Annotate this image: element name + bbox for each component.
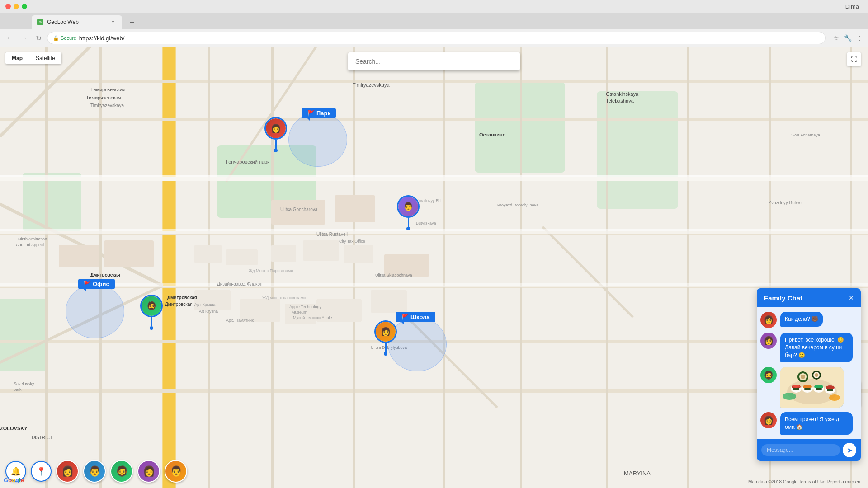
member-avatar-4[interactable]: 👩 bbox=[137, 460, 160, 483]
svg-text:MARYINA: MARYINA bbox=[624, 470, 651, 477]
pin-person3: 🧔 bbox=[140, 295, 163, 330]
pin-avatar-1: 👩 bbox=[264, 117, 287, 140]
pin-tail-1 bbox=[275, 140, 277, 149]
svg-point-113 bbox=[829, 394, 840, 401]
pin-dot-3 bbox=[150, 326, 153, 330]
member-avatar-2[interactable]: 👨 bbox=[83, 460, 106, 483]
secure-label: Secure bbox=[61, 35, 76, 41]
locate-button[interactable]: 📍 bbox=[31, 461, 52, 482]
chat-input[interactable] bbox=[761, 444, 840, 456]
svg-rect-105 bbox=[827, 389, 833, 391]
map-container[interactable]: Гончаровский парк Ulitsa Goncharova Ulit… bbox=[0, 47, 868, 488]
pin-tail-3 bbox=[151, 317, 152, 326]
member-avatar-5[interactable]: 👨 bbox=[165, 460, 187, 483]
svg-text:Гончаровский парк: Гончаровский парк bbox=[226, 159, 269, 164]
svg-rect-101 bbox=[816, 388, 822, 390]
svg-rect-43 bbox=[59, 245, 99, 267]
google-logo: Google bbox=[4, 477, 24, 483]
browser-frame: Dima G GeoLoc Web × + ← → ↻ 🔒 Secure htt… bbox=[0, 0, 868, 488]
svg-text:ЖД мост с паровозами: ЖД мост с паровозами bbox=[262, 296, 306, 300]
traffic-lights bbox=[5, 4, 27, 9]
tab-bar: G GeoLoc Web × + bbox=[0, 13, 868, 29]
svg-text:Останкино: Останкино bbox=[479, 132, 506, 137]
svg-rect-39 bbox=[344, 245, 373, 263]
address-bar[interactable]: 🔒 Secure https://kid.gl/web/ bbox=[47, 32, 826, 44]
chat-send-button[interactable]: ➤ bbox=[843, 443, 856, 457]
svg-rect-7 bbox=[162, 47, 176, 488]
svg-rect-12 bbox=[0, 389, 868, 393]
send-icon: ➤ bbox=[847, 446, 853, 455]
svg-text:Museum: Museum bbox=[292, 310, 307, 314]
chat-bubble-1: Как дела? 🐻 bbox=[780, 312, 823, 327]
svg-rect-37 bbox=[271, 245, 296, 262]
avatar-circle-1: 👩 bbox=[266, 118, 286, 138]
pin-avatar-2: 👨 bbox=[397, 195, 420, 218]
svg-point-91 bbox=[793, 385, 800, 388]
member-avatar-1[interactable]: 👩 bbox=[56, 460, 79, 483]
chat-bubble-2: Привет, всё хорошо! 😊 Давай вечером в су… bbox=[780, 333, 853, 362]
pin-tail-4 bbox=[385, 343, 387, 352]
tab-title: GeoLoc Web bbox=[47, 19, 79, 25]
office-flag-icon: 🚩 bbox=[84, 281, 91, 287]
svg-rect-21 bbox=[45, 47, 48, 488]
chat-title: Family Chat bbox=[764, 294, 802, 302]
chat-close-button[interactable]: × bbox=[849, 294, 854, 302]
forward-button[interactable]: → bbox=[18, 32, 30, 44]
bell-icon: 🔔 bbox=[11, 466, 21, 476]
chat-header: Family Chat × bbox=[757, 288, 861, 307]
map-view-button[interactable]: Map bbox=[5, 52, 29, 64]
bottom-member-bar: 🔔 📍 👩 👨 🧔 👩 👨 bbox=[5, 460, 187, 483]
svg-text:Арт Крыша: Арт Крыша bbox=[194, 302, 215, 307]
bookmark-icon[interactable]: ☆ bbox=[831, 33, 841, 43]
svg-text:Жд Мост с Паровозами: Жд Мост с Паровозами bbox=[249, 268, 293, 273]
svg-text:park: park bbox=[14, 387, 22, 392]
svg-rect-22 bbox=[99, 47, 102, 488]
pin-person2: 👨 bbox=[397, 195, 420, 230]
chat-avatar-3: 🧔 bbox=[760, 367, 777, 383]
svg-text:City Tax Office: City Tax Office bbox=[339, 239, 365, 244]
fullscreen-window-button[interactable] bbox=[22, 4, 27, 9]
svg-rect-44 bbox=[104, 240, 154, 267]
chat-bubble-4: Всем привет! Я уже д ома 🏠 bbox=[780, 412, 853, 435]
search-input[interactable] bbox=[348, 52, 520, 70]
active-tab[interactable]: G GeoLoc Web × bbox=[32, 15, 122, 29]
chat-input-area: ➤ bbox=[757, 439, 861, 461]
svg-text:Timiryazevskaya: Timiryazevskaya bbox=[90, 103, 124, 108]
svg-rect-31 bbox=[208, 47, 210, 488]
close-window-button[interactable] bbox=[5, 4, 11, 9]
avatar-circle-3: 🧔 bbox=[142, 296, 161, 316]
chat-avatar-2: 👩 bbox=[760, 333, 777, 349]
svg-text:Apple Technology: Apple Technology bbox=[289, 305, 321, 309]
svg-rect-40 bbox=[271, 200, 326, 225]
svg-rect-32 bbox=[0, 175, 868, 181]
svg-rect-38 bbox=[303, 240, 339, 261]
svg-text:DISTRICT: DISTRICT bbox=[32, 435, 52, 440]
pin-tail-2 bbox=[408, 218, 409, 227]
minimize-window-button[interactable] bbox=[14, 4, 19, 9]
svg-text:3-Ya Fonarnaya: 3-Ya Fonarnaya bbox=[791, 133, 820, 137]
school-flag-icon: 🚩 bbox=[401, 314, 409, 320]
fullscreen-button[interactable]: ⛶ bbox=[847, 52, 861, 66]
park-label-text: Парк bbox=[316, 110, 330, 117]
office-label: 🚩 Офис bbox=[78, 279, 115, 289]
svg-rect-34 bbox=[0, 283, 868, 287]
back-button[interactable]: ← bbox=[4, 32, 15, 44]
pin-dot-2 bbox=[406, 227, 410, 230]
svg-rect-27 bbox=[606, 47, 608, 488]
member-avatar-3[interactable]: 🧔 bbox=[110, 460, 133, 483]
refresh-button[interactable]: ↻ bbox=[33, 32, 44, 44]
svg-rect-35 bbox=[194, 245, 222, 263]
satellite-view-button[interactable]: Satellite bbox=[29, 52, 61, 64]
svg-text:Дмитровская: Дмитровская bbox=[167, 295, 197, 300]
chat-avatar-4: 👩 bbox=[760, 412, 777, 428]
chat-text-1: Как дела? 🐻 bbox=[785, 316, 818, 322]
svg-point-112 bbox=[783, 393, 796, 400]
svg-text:Ninth Arbitration: Ninth Arbitration bbox=[18, 237, 47, 241]
new-tab-button[interactable]: + bbox=[124, 16, 140, 29]
tab-close-button[interactable]: × bbox=[109, 19, 117, 26]
svg-text:Art Krysha: Art Krysha bbox=[199, 309, 218, 314]
svg-text:Zvozdnyy Bulvar: Zvozdnyy Bulvar bbox=[769, 200, 802, 205]
svg-rect-45 bbox=[194, 290, 231, 310]
menu-icon[interactable]: ⋮ bbox=[854, 33, 864, 43]
extension-icon[interactable]: 🔧 bbox=[843, 33, 853, 43]
